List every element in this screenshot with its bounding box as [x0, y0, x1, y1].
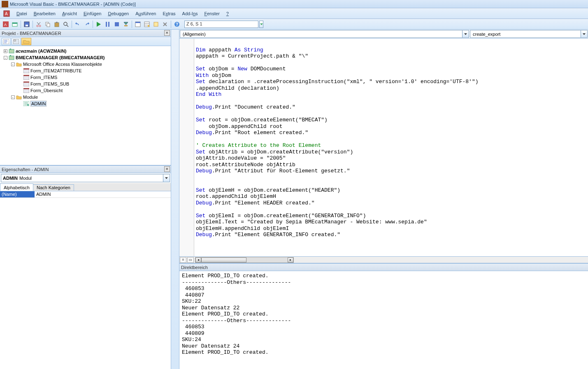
toolbox-button[interactable] [161, 20, 169, 28]
scroll-left-icon[interactable]: ◂ [195, 258, 201, 262]
tree-label: ADMIN [30, 101, 46, 107]
procedure-view-button[interactable]: ≡ [180, 257, 186, 263]
paste-button[interactable] [53, 20, 61, 28]
menu-fenster[interactable]: Fenster [201, 9, 223, 18]
tree-node[interactable]: Form_ITEM2ATTRIBUTE [1, 67, 170, 74]
object-combo-value: (Allgemein) [183, 32, 206, 37]
dropdown-icon[interactable] [163, 174, 170, 182]
svg-text:A: A [4, 23, 7, 27]
tree-node[interactable]: Form_ITEMS_SUB [1, 81, 170, 87]
svg-rect-13 [56, 22, 58, 23]
svg-text:?: ? [176, 22, 178, 27]
tab-nach-kategorien[interactable]: Nach Kategorien [33, 184, 74, 191]
vbproj-icon [8, 48, 15, 54]
app-icon [2, 1, 8, 7]
svg-rect-7 [26, 25, 28, 26]
cut-button[interactable] [35, 20, 43, 28]
svg-rect-5 [12, 23, 17, 24]
immediate-text[interactable]: Element PROD_ID_TO created. ------------… [179, 271, 588, 369]
tree-label: BMECATMANAGER (BMECATMANAGER) [16, 55, 105, 60]
menu-help[interactable]: ? [223, 9, 232, 18]
project-tree[interactable]: +acwzmain (ACWZMAIN)-BMECATMANAGER (BMEC… [0, 46, 171, 165]
insert-module-button[interactable] [11, 20, 19, 28]
access-icon: A [2, 9, 11, 18]
design-mode-button[interactable] [122, 20, 130, 28]
project-panel-close[interactable]: ✕ [164, 30, 170, 36]
code-text[interactable]: Dim apppath As String apppath = CurrentP… [194, 39, 588, 256]
copy-button[interactable] [44, 20, 52, 28]
view-code-button[interactable] [2, 38, 11, 45]
dropdown-icon[interactable] [462, 30, 469, 37]
tree-node[interactable]: Form_ITEMS [1, 74, 170, 81]
svg-rect-18 [108, 22, 109, 27]
properties-grid: (Name) ADMIN [0, 191, 171, 369]
horizontal-scrollbar[interactable]: ◂ ▸ [195, 257, 294, 263]
properties-panel-title: Eigenschaften - ADMIN [2, 167, 49, 172]
properties-panel-header: Eigenschaften - ADMIN ✕ [0, 166, 171, 173]
undo-button[interactable] [74, 20, 82, 28]
object-combo[interactable]: (Allgemein) [180, 30, 469, 38]
svg-marker-16 [97, 22, 101, 27]
run-button[interactable] [95, 20, 103, 28]
tree-node[interactable]: +acwzmain (ACWZMAIN) [1, 48, 170, 54]
project-panel-header: Projekt - BMECATMANAGER ✕ [0, 30, 171, 37]
properties-panel-close[interactable]: ✕ [164, 166, 170, 172]
svg-rect-19 [115, 22, 119, 26]
tree-expander[interactable]: - [2, 56, 8, 60]
project-explorer-button[interactable] [134, 20, 142, 28]
tree-node[interactable]: -Microsoft Office Access Klassenobjekte [1, 61, 170, 67]
position-indicator: Z 6, S 1 [184, 21, 258, 28]
redo-button[interactable] [83, 20, 91, 28]
position-dropdown[interactable] [259, 21, 263, 28]
property-value[interactable]: ADMIN [35, 191, 171, 197]
code-bottom-bar: ≡ ▭ ◂ ▸ [179, 256, 588, 263]
title-bar: Microsoft Visual Basic - BMECATMANAGER -… [0, 0, 588, 8]
code-editor[interactable]: Dim apppath As String apppath = CurrentP… [179, 39, 588, 256]
scroll-thumb[interactable] [201, 258, 246, 262]
svg-rect-11 [47, 23, 50, 27]
save-button[interactable] [23, 20, 31, 28]
menu-ausfuehren[interactable]: Ausführen [132, 9, 159, 18]
view-access-button[interactable]: A [2, 20, 10, 28]
tree-node[interactable]: -Module [1, 94, 170, 100]
menu-debuggen[interactable]: Debuggen [105, 9, 132, 18]
dropdown-icon[interactable] [581, 30, 587, 37]
property-row[interactable]: (Name) ADMIN [0, 191, 171, 198]
svg-rect-23 [135, 22, 140, 23]
project-panel-title: Projekt - BMECATMANAGER [2, 31, 61, 36]
form-icon [23, 87, 30, 94]
stop-button[interactable] [113, 20, 121, 28]
tree-expander[interactable]: - [10, 95, 16, 100]
tree-node[interactable]: ADMIN [1, 100, 170, 107]
tree-node[interactable]: -BMECATMANAGER (BMECATMANAGER) [1, 54, 170, 61]
svg-marker-56 [464, 33, 467, 35]
pause-button[interactable] [104, 20, 112, 28]
menu-einfuegen[interactable]: Einfügen [80, 9, 105, 18]
menu-ansicht[interactable]: Ansicht [59, 9, 80, 18]
menu-bearbeiten[interactable]: Bearbeiten [30, 9, 59, 18]
svg-marker-57 [583, 33, 586, 35]
object-browser-button[interactable] [152, 20, 160, 28]
menu-extras[interactable]: Extras [159, 9, 179, 18]
tab-alphabetisch[interactable]: Alphabetisch [0, 183, 33, 191]
tree-expander[interactable]: - [10, 62, 16, 67]
properties-tabs: Alphabetisch Nach Kategorien [0, 183, 171, 191]
module-icon [23, 100, 30, 107]
tree-node[interactable]: Form_Übersicht [1, 87, 170, 94]
procedure-combo[interactable]: create_export [470, 30, 588, 38]
tree-label: Form_ITEM2ATTRIBUTE [30, 68, 81, 73]
splitter-gutter[interactable] [171, 30, 179, 369]
properties-object-selector[interactable]: ADMIN Modul [1, 174, 170, 182]
toggle-folders-button[interactable] [21, 38, 31, 45]
property-name: (Name) [0, 191, 35, 197]
tree-expander[interactable]: + [2, 49, 8, 53]
menu-datei[interactable]: Datei [13, 9, 30, 18]
menu-addins[interactable]: Add-Ins [179, 9, 201, 18]
svg-rect-27 [148, 25, 149, 27]
scroll-right-icon[interactable]: ▸ [288, 258, 293, 262]
properties-button[interactable] [143, 20, 151, 28]
full-module-view-button[interactable]: ▭ [187, 257, 194, 263]
help-button[interactable]: ? [173, 20, 181, 28]
view-object-button[interactable] [12, 38, 21, 45]
find-button[interactable] [62, 20, 70, 28]
